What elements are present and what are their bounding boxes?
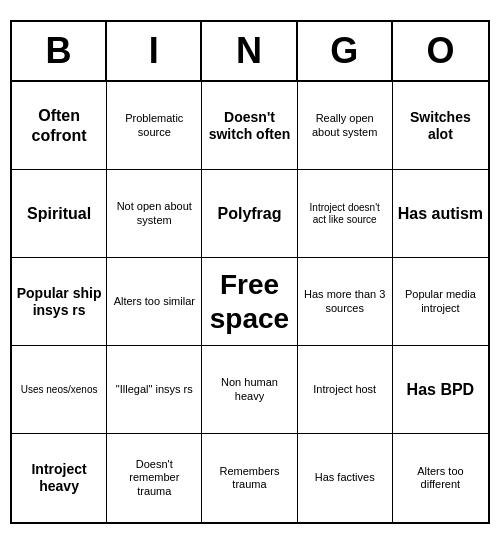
bingo-letter-n: N (202, 22, 297, 80)
bingo-cell-15[interactable]: Uses neos/xenos (12, 346, 107, 434)
bingo-letter-i: I (107, 22, 202, 80)
cell-text-23: Has factives (315, 471, 375, 484)
cell-text-10: Popular ship insys rs (16, 285, 102, 319)
bingo-cell-18[interactable]: Introject host (298, 346, 393, 434)
bingo-cell-4[interactable]: Switches alot (393, 82, 488, 170)
bingo-cell-2[interactable]: Doesn't switch often (202, 82, 297, 170)
bingo-cell-24[interactable]: Alters too different (393, 434, 488, 522)
bingo-cell-17[interactable]: Non human heavy (202, 346, 297, 434)
bingo-cell-5[interactable]: Spiritual (12, 170, 107, 258)
cell-text-14: Popular media introject (397, 288, 484, 314)
cell-text-4: Switches alot (397, 109, 484, 143)
bingo-cell-16[interactable]: "Illegal" insys rs (107, 346, 202, 434)
bingo-cell-8[interactable]: Introject doesn't act like source (298, 170, 393, 258)
bingo-cell-13[interactable]: Has more than 3 sources (298, 258, 393, 346)
bingo-cell-10[interactable]: Popular ship insys rs (12, 258, 107, 346)
cell-text-12: Free space (206, 268, 292, 335)
cell-text-22: Remembers trauma (206, 465, 292, 491)
cell-text-20: Introject heavy (16, 461, 102, 495)
cell-text-16: "Illegal" insys rs (116, 383, 193, 396)
cell-text-15: Uses neos/xenos (21, 384, 98, 396)
bingo-cell-22[interactable]: Remembers trauma (202, 434, 297, 522)
bingo-cell-1[interactable]: Problematic source (107, 82, 202, 170)
bingo-cell-12[interactable]: Free space (202, 258, 297, 346)
bingo-letter-g: G (298, 22, 393, 80)
bingo-grid: Often cofrontProblematic sourceDoesn't s… (12, 82, 488, 522)
cell-text-8: Introject doesn't act like source (302, 202, 388, 226)
cell-text-3: Really open about system (302, 112, 388, 138)
bingo-cell-21[interactable]: Doesn't remember trauma (107, 434, 202, 522)
cell-text-13: Has more than 3 sources (302, 288, 388, 314)
bingo-cell-6[interactable]: Not open about system (107, 170, 202, 258)
cell-text-0: Often cofront (16, 106, 102, 144)
bingo-cell-14[interactable]: Popular media introject (393, 258, 488, 346)
bingo-cell-19[interactable]: Has BPD (393, 346, 488, 434)
cell-text-5: Spiritual (27, 204, 91, 223)
bingo-card: BINGO Often cofrontProblematic sourceDoe… (10, 20, 490, 524)
cell-text-24: Alters too different (397, 465, 484, 491)
bingo-cell-23[interactable]: Has factives (298, 434, 393, 522)
bingo-cell-11[interactable]: Alters too similar (107, 258, 202, 346)
cell-text-6: Not open about system (111, 200, 197, 226)
cell-text-17: Non human heavy (206, 376, 292, 402)
cell-text-11: Alters too similar (114, 295, 195, 308)
bingo-letter-o: O (393, 22, 488, 80)
bingo-cell-0[interactable]: Often cofront (12, 82, 107, 170)
cell-text-21: Doesn't remember trauma (111, 458, 197, 498)
cell-text-19: Has BPD (407, 380, 475, 399)
cell-text-18: Introject host (313, 383, 376, 396)
bingo-cell-7[interactable]: Polyfrag (202, 170, 297, 258)
bingo-cell-20[interactable]: Introject heavy (12, 434, 107, 522)
cell-text-2: Doesn't switch often (206, 109, 292, 143)
cell-text-1: Problematic source (111, 112, 197, 138)
cell-text-9: Has autism (398, 204, 483, 223)
cell-text-7: Polyfrag (217, 204, 281, 223)
bingo-header: BINGO (12, 22, 488, 82)
bingo-cell-9[interactable]: Has autism (393, 170, 488, 258)
bingo-cell-3[interactable]: Really open about system (298, 82, 393, 170)
bingo-letter-b: B (12, 22, 107, 80)
